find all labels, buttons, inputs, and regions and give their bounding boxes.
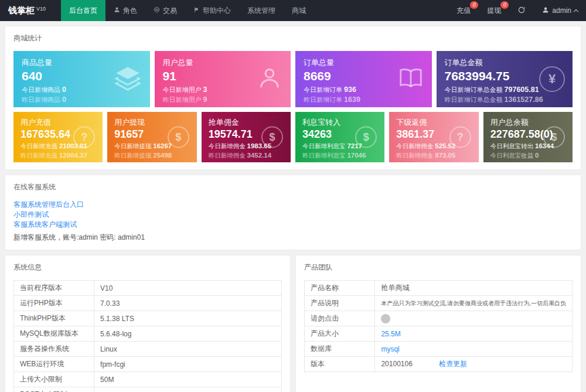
dollar-icon: $: [543, 127, 565, 148]
stat-card-user-balance: 用户总余额 227687.58(0) 今日利息宝转出 16344 今日利息宝收益…: [483, 112, 573, 162]
system-info-table: 当前程序版本 V10 运行PHP版本 7.0.33 ThinkPHP版本 5.1…: [13, 280, 282, 392]
qq-icon[interactable]: [381, 314, 390, 323]
table-row: 请勿点击: [305, 311, 573, 326]
stat-card-goods-total: 商品总量 640 今日新增商品 0 昨日新增商品 0: [13, 51, 150, 107]
service-admin-link[interactable]: 客服系统管理后台入口: [13, 200, 573, 209]
chevron-up-icon: [574, 9, 578, 13]
yen-icon: ¥: [539, 66, 565, 92]
user-menu[interactable]: admin: [534, 0, 586, 21]
table-row: 当前程序版本 V10: [14, 281, 282, 296]
dollar-icon: $: [261, 127, 283, 148]
stat-card-order-amount: 订单总金额 7683994.75 今日新增订单总金额 797605.81 昨日新…: [437, 51, 573, 107]
stats-panel-title: 商城统计: [13, 33, 573, 43]
main-nav: 后台首页 角色 交易 帮助中心 系统管理 商城: [61, 0, 314, 21]
stat-card-user-withdraw: 用户提现 91657 今日新增提现 16267 昨日新增提现 25498 $: [107, 112, 196, 162]
version-value: 20100106: [381, 360, 412, 368]
table-row: 服务器操作系统 Linux: [14, 342, 282, 357]
table-row: 版本 20100106 检查更新: [305, 357, 573, 372]
stat-card-orders-total: 订单总量 8669 今日新增订单 936 昨日新增订单 1639: [295, 51, 432, 107]
user-name: admin: [552, 6, 571, 15]
recharge-button[interactable]: 充值 0: [448, 0, 479, 21]
system-info-panel: 系统信息 当前程序版本 V10 运行PHP版本 7.0.33 ThinkPHP版…: [5, 255, 291, 392]
service-panel: 在线客服系统 客服系统管理后台入口 小部件测试 客服系统客户端测试 新增客服系统…: [5, 175, 581, 250]
refresh-button[interactable]: [509, 0, 534, 21]
widget-test-link[interactable]: 小部件测试: [13, 210, 573, 219]
stats-panel: 商城统计 商品总量 640 今日新增商品 0 昨日新增商品 0: [5, 26, 581, 170]
nav-item-help[interactable]: 帮助中心: [185, 0, 239, 21]
service-client-link[interactable]: 客服系统客户端测试: [13, 220, 573, 229]
withdraw-button[interactable]: 提现 0: [479, 0, 509, 21]
exchange-icon: [154, 6, 160, 15]
brand-name: 钱掌柜: [8, 5, 35, 16]
brand-version: V10: [36, 6, 46, 12]
flag-icon: [193, 6, 200, 15]
stat-card-sub-commission: 下级返佣 3861.37 今日新增佣金 525.52 昨日新增佣金 873.05…: [389, 112, 478, 162]
nav-item-system[interactable]: 系统管理: [239, 0, 284, 21]
stat-card-interest-in: 利息宝转入 34263 今日新增利息宝 7217 昨日新增利息宝 17046 $: [295, 112, 384, 162]
nav-item-mall[interactable]: 商城: [284, 0, 314, 21]
refresh-icon: [517, 6, 526, 16]
check-update-link[interactable]: 检查更新: [439, 360, 467, 368]
stat-card-order-commission: 抢单佣金 19574.71 今日新增佣金 1983.65 昨日新增佣金 3452…: [202, 112, 291, 162]
nav-item-trade[interactable]: 交易: [145, 0, 185, 21]
database-link[interactable]: mysql: [381, 345, 399, 353]
big-cards-row: 商品总量 640 今日新增商品 0 昨日新增商品 0 用户总量 91: [13, 51, 573, 107]
question-icon: ?: [449, 127, 471, 148]
book-icon: [397, 64, 424, 94]
question-icon: ?: [73, 127, 95, 148]
table-row: 产品名称 抢单商城: [305, 281, 573, 296]
table-row: 产品大小 25.5M: [305, 326, 573, 342]
top-navbar: 钱掌柜 V10 后台首页 角色 交易 帮助中心 系统管理 商城 充值 0: [0, 0, 586, 21]
person-icon: [114, 6, 120, 15]
table-row: 数据库 mysql: [305, 342, 573, 357]
small-cards-row: 用户充值 167635.64 今日新增充值 21003.01 昨日新增充值 12…: [13, 112, 573, 162]
navbar-right: 充值 0 提现 0 admin: [448, 0, 586, 21]
nav-item-home[interactable]: 后台首页: [61, 0, 105, 21]
table-row: ThinkPHP版本 5.1.38 LTS: [14, 311, 282, 326]
table-row: 产品说明 本产品只为学习测试交流,请勿要做商业或者用于违法行为,一切后果自负: [305, 296, 573, 311]
dollar-icon: $: [168, 127, 189, 148]
table-row: 运行PHP版本 7.0.33: [14, 296, 282, 311]
user-icon: [256, 64, 283, 94]
product-team-table: 产品名称 抢单商城 产品说明 本产品只为学习测试交流,请勿要做商业或者用于违法行…: [304, 280, 573, 372]
product-team-panel: 产品团队 产品名称 抢单商城 产品说明 本产品只为学习测试交流,请勿要做商业或者…: [295, 255, 581, 392]
table-row: 上传大小限制 50M: [14, 372, 282, 387]
layers-icon: [113, 63, 142, 95]
product-size-link[interactable]: 25.5M: [381, 330, 400, 338]
brand-logo[interactable]: 钱掌柜 V10: [0, 0, 61, 21]
recharge-badge: 0: [470, 1, 478, 9]
service-account-note: 新增客服系统，账号:admin 密码: admin01: [13, 233, 573, 243]
system-info-title: 系统信息: [13, 263, 282, 272]
nav-item-roles[interactable]: 角色: [105, 0, 145, 21]
user-icon: [542, 6, 549, 15]
bottom-panels: 系统信息 当前程序版本 V10 运行PHP版本 7.0.33 ThinkPHP版…: [5, 255, 581, 392]
withdraw-badge: 0: [500, 1, 509, 9]
service-panel-title: 在线客服系统: [13, 182, 573, 192]
stat-card-users-total: 用户总量 91 今日新增用户 3 昨日新增用户 9: [155, 51, 291, 107]
product-team-title: 产品团队: [304, 263, 573, 272]
table-row: POST大小限制 50M: [14, 387, 282, 392]
stat-card-user-recharge: 用户充值 167635.64 今日新增充值 21003.01 昨日新增充值 12…: [13, 112, 103, 162]
table-row: WEB运行环境 fpm-fcgi: [14, 357, 282, 372]
table-row: MySQL数据库版本 5.6.48-log: [14, 326, 282, 342]
dollar-icon: $: [355, 127, 377, 148]
main-content: 商城统计 商品总量 640 今日新增商品 0 昨日新增商品 0: [0, 21, 586, 392]
